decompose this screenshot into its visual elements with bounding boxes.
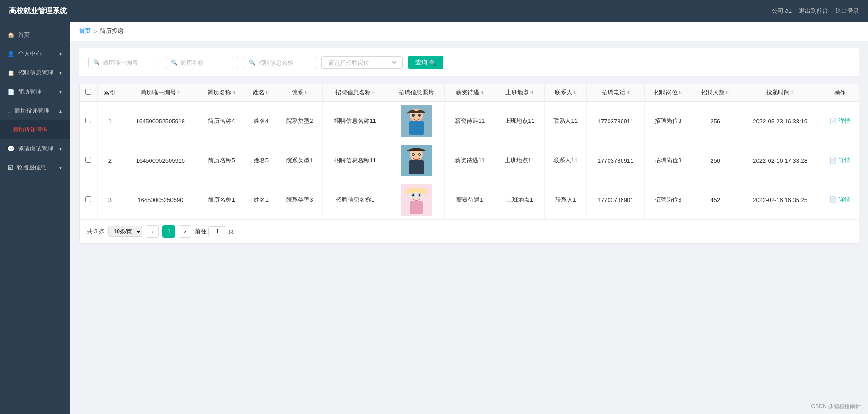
job-info-input[interactable] [258, 59, 311, 66]
cell-checkbox-2 [80, 180, 97, 220]
sidebar-interview-label: 邀请面试管理 [18, 145, 53, 153]
col-checkbox [80, 84, 97, 102]
cell-photo-2 [388, 180, 445, 220]
recruitment-icon: 📋 [7, 70, 14, 76]
select-all-checkbox[interactable] [85, 89, 91, 95]
goto-input[interactable] [208, 226, 226, 236]
main-content: 首页 > 简历投递 🔍 🔍 🔍 [70, 22, 868, 414]
page-1-button[interactable]: 1 [162, 225, 175, 238]
sidebar-banner-label: 轮播图信息 [17, 164, 46, 172]
top-nav-right: 公司 a1 退出到前台 退出登录 [772, 7, 859, 15]
page-size-select[interactable]: 10条/页 20条/页 50条/页 [108, 226, 142, 237]
sidebar-item-resume[interactable]: 📄 简历管理 ▼ [0, 82, 70, 101]
svg-rect-7 [409, 160, 424, 174]
search-button-icon: 🔍 [429, 59, 436, 66]
cell-headcount-1: 256 [692, 141, 739, 180]
row-checkbox-2[interactable] [85, 196, 91, 202]
resume-arrow-icon: ▼ [58, 89, 63, 94]
svg-point-18 [419, 194, 420, 196]
sidebar-item-personal[interactable]: 👤 个人中心 ▼ [0, 44, 70, 63]
cell-position-1: 招聘岗位3 [645, 141, 692, 180]
resume-id-input-wrap: 🔍 [88, 57, 160, 68]
breadcrumb-separator: > [94, 28, 97, 35]
main-layout: 🏠 首页 👤 个人中心 ▼ 📋 招聘信息管理 ▼ 📄 简历管理 ▼ [0, 22, 868, 414]
sidebar-item-recruitment[interactable]: 📋 招聘信息管理 ▼ [0, 63, 70, 82]
data-table: 索引 简历唯一编号⇅ 简历名称⇅ 姓名⇅ 院系⇅ 招聘信息名称⇅ 招聘信息照片 … [79, 84, 859, 244]
col-resume-id[interactable]: 简历唯一编号⇅ [123, 84, 198, 102]
cell-position-0: 招聘岗位3 [645, 102, 692, 141]
cell-phone-1: 17703786911 [587, 141, 645, 180]
interview-icon: 💬 [7, 146, 14, 152]
col-action: 操作 [821, 84, 859, 102]
col-college[interactable]: 院系⇅ [277, 84, 322, 102]
cell-name-2: 姓名1 [245, 180, 277, 220]
detail-link-0[interactable]: 📄 详情 [825, 117, 855, 125]
interview-arrow-icon: ▼ [58, 146, 63, 151]
cell-action-2: 📄 详情 [821, 180, 859, 220]
search-button[interactable]: 查询 🔍 [408, 56, 443, 69]
cell-resume-id-0: 164500052505918 [123, 102, 198, 141]
sidebar-item-resume-delivery[interactable]: ≡ 简历投递管理 ▲ [0, 101, 70, 120]
cell-resume-name-1: 简历名称5 [198, 141, 245, 180]
search-icon-1: 🔍 [93, 59, 100, 66]
cell-salary-1: 薪资待遇11 [445, 141, 495, 180]
sidebar-home-label: 首页 [18, 31, 30, 39]
next-page-button[interactable]: › [179, 225, 191, 238]
cell-location-1: 上班地点11 [495, 141, 544, 180]
svg-point-3 [412, 114, 415, 117]
resume-name-input[interactable] [180, 59, 233, 66]
col-job-info-name[interactable]: 招聘信息名称⇅ [322, 84, 388, 102]
sidebar-recruitment-label: 招聘信息管理 [18, 69, 53, 77]
col-delivery-time[interactable]: 投递时间⇅ [739, 84, 821, 102]
cell-name-0: 姓名4 [245, 102, 277, 141]
cell-photo-1 [388, 141, 445, 180]
search-bar: 🔍 🔍 🔍 请选择招聘岗位 招聘岗位1 招聘岗位2 招聘岗位3 [79, 48, 859, 76]
sidebar-item-interview[interactable]: 💬 邀请面试管理 ▼ [0, 139, 70, 158]
cell-phone-2: 17703786901 [587, 180, 645, 220]
sort-icon-job-info-name: ⇅ [372, 90, 375, 95]
top-navigation: 高校就业管理系统 公司 a1 退出到前台 退出登录 [0, 0, 868, 22]
detail-link-1[interactable]: 📄 详情 [825, 156, 855, 165]
col-headcount[interactable]: 招聘人数⇅ [692, 84, 739, 102]
breadcrumb-home[interactable]: 首页 [79, 27, 91, 35]
row-checkbox-1[interactable] [85, 157, 91, 163]
col-location[interactable]: 上班地点⇅ [495, 84, 544, 102]
sort-icon-headcount: ⇅ [726, 90, 729, 95]
cell-college-2: 院系类型3 [277, 180, 322, 220]
sort-icon-name: ⇅ [265, 90, 269, 95]
cell-contact-1: 联系人11 [545, 141, 587, 180]
logout-button[interactable]: 退出登录 [835, 7, 859, 15]
sort-icon-position: ⇅ [679, 90, 682, 95]
detail-link-2[interactable]: 📄 详情 [825, 196, 855, 204]
home-icon: 🏠 [7, 32, 14, 38]
cell-job-info-name-2: 招聘信息名称1 [322, 180, 388, 220]
goto-prefix: 前往 [195, 227, 207, 235]
back-frontend-button[interactable]: 退出到前台 [799, 7, 828, 15]
col-position[interactable]: 招聘岗位⇅ [645, 84, 692, 102]
svg-point-4 [418, 114, 421, 117]
position-select[interactable]: 请选择招聘岗位 招聘岗位1 招聘岗位2 招聘岗位3 [326, 59, 398, 66]
sidebar-item-banner[interactable]: 🖼 轮播图信息 ▼ [0, 158, 70, 177]
cell-checkbox-1 [80, 141, 97, 180]
sidebar-item-home[interactable]: 🏠 首页 [0, 25, 70, 44]
col-salary[interactable]: 薪资待遇⇅ [445, 84, 495, 102]
position-select-wrap[interactable]: 请选择招聘岗位 招聘岗位1 招聘岗位2 招聘岗位3 [321, 56, 403, 69]
sort-icon-location: ⇅ [530, 90, 533, 95]
sort-icon-resume-name: ⇅ [232, 90, 236, 95]
sidebar-item-resume-delivery-mgmt[interactable]: 简历投递管理 [0, 120, 70, 139]
col-resume-name[interactable]: 简历名称⇅ [198, 84, 245, 102]
row-checkbox-0[interactable] [85, 118, 91, 123]
job-info-input-wrap: 🔍 [244, 57, 316, 68]
resume-id-input[interactable] [103, 59, 156, 66]
cell-resume-id-2: 16450005250590 [123, 180, 198, 220]
sidebar-delivery-mgmt-label: 简历投递管理 [13, 126, 48, 134]
col-contact[interactable]: 联系人⇅ [545, 84, 587, 102]
sort-icon-salary: ⇅ [480, 90, 484, 95]
svg-point-10 [412, 154, 414, 155]
col-phone[interactable]: 招聘电话⇅ [587, 84, 645, 102]
prev-page-button[interactable]: ‹ [146, 225, 159, 238]
col-name[interactable]: 姓名⇅ [245, 84, 277, 102]
sort-icon-resume-id: ⇅ [177, 90, 180, 95]
cell-college-1: 院系类型1 [277, 141, 322, 180]
search-button-label: 查询 [415, 58, 427, 66]
